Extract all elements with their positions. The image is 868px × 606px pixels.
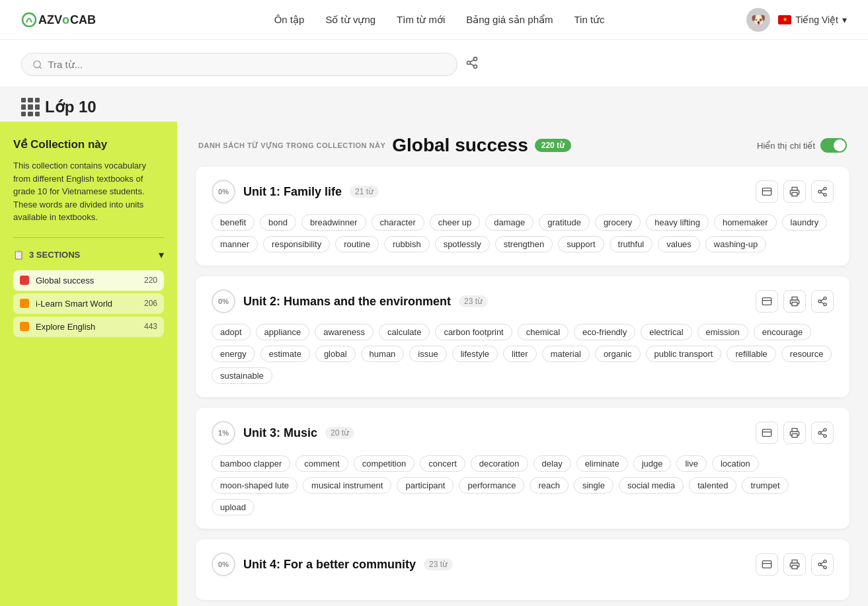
print-button[interactable] bbox=[783, 290, 806, 313]
share-unit-button[interactable] bbox=[811, 553, 834, 576]
lang-selector[interactable]: Tiếng Việt ▾ bbox=[778, 15, 847, 25]
detail-toggle[interactable]: Hiển thị chi tiết bbox=[757, 138, 847, 153]
avatar[interactable]: 🐶 bbox=[746, 8, 770, 32]
word-tag[interactable]: lifestyle bbox=[452, 346, 498, 362]
unit-title: Unit 4: For a better community bbox=[243, 558, 416, 572]
word-tag[interactable]: performance bbox=[459, 477, 524, 494]
word-tag[interactable]: adopt bbox=[212, 324, 251, 340]
nav-tim-tu-moi[interactable]: Tìm từ mới bbox=[397, 14, 445, 26]
word-tag[interactable]: rubbish bbox=[384, 236, 430, 252]
word-tag[interactable]: homemaker bbox=[714, 214, 777, 231]
word-tag[interactable]: live bbox=[676, 455, 707, 472]
word-tag[interactable]: calculate bbox=[379, 324, 430, 340]
word-tag[interactable]: grocery bbox=[595, 214, 641, 231]
word-tag[interactable]: appliance bbox=[256, 324, 310, 340]
svg-point-31 bbox=[818, 432, 821, 434]
word-tag[interactable]: competition bbox=[354, 455, 414, 472]
nav-tin-tuc[interactable]: Tin tức bbox=[574, 14, 604, 26]
word-tag[interactable]: carbon footprint bbox=[435, 324, 512, 340]
flashcard-button[interactable] bbox=[756, 422, 778, 444]
word-tag[interactable]: character bbox=[372, 214, 424, 231]
word-tag[interactable]: damage bbox=[485, 214, 533, 231]
word-tag[interactable]: energy bbox=[212, 346, 255, 362]
word-tag[interactable]: chemical bbox=[518, 324, 569, 340]
flashcard-button[interactable] bbox=[756, 553, 778, 576]
word-tag[interactable]: issue bbox=[409, 346, 446, 362]
word-tag[interactable]: musical instrument bbox=[303, 477, 391, 494]
word-tag[interactable]: eco-friendly bbox=[574, 324, 635, 340]
word-tag[interactable]: human bbox=[361, 346, 405, 362]
nav-bang-gia[interactable]: Bảng giá sản phẩm bbox=[466, 14, 553, 26]
sections-header[interactable]: 📋 3 SECTIONS ▾ bbox=[13, 248, 164, 261]
word-tag[interactable]: refillable bbox=[727, 346, 775, 362]
word-tag[interactable]: trumpet bbox=[742, 477, 788, 494]
section-count: 206 bbox=[144, 299, 157, 308]
word-tag[interactable]: resource bbox=[781, 346, 832, 362]
print-button[interactable] bbox=[783, 553, 806, 576]
word-tag[interactable]: material bbox=[542, 346, 590, 362]
word-tag[interactable]: social media bbox=[619, 477, 684, 494]
sidebar-item-ilearn[interactable]: i-Learn Smart World 206 bbox=[13, 293, 164, 314]
word-tag[interactable]: bamboo clapper bbox=[212, 455, 290, 472]
word-tag[interactable]: truthful bbox=[610, 236, 653, 252]
grid-menu-icon[interactable] bbox=[21, 98, 40, 116]
word-tag[interactable]: location bbox=[712, 455, 759, 472]
share-unit-button[interactable] bbox=[811, 422, 834, 444]
word-tag[interactable]: spotlessly bbox=[435, 236, 490, 252]
progress-circle: 1% bbox=[212, 421, 235, 445]
word-tag[interactable]: eliminate bbox=[576, 455, 628, 472]
word-tag[interactable]: awareness bbox=[315, 324, 374, 340]
word-tag[interactable]: comment bbox=[296, 455, 348, 472]
word-tag[interactable]: routine bbox=[335, 236, 379, 252]
word-tag[interactable]: moon-shaped lute bbox=[212, 477, 297, 494]
sidebar-item-global-success[interactable]: Global success 220 bbox=[13, 270, 164, 291]
word-tag[interactable]: organic bbox=[595, 346, 641, 362]
word-tag[interactable]: breadwinner bbox=[301, 214, 366, 231]
flashcard-button[interactable] bbox=[756, 180, 778, 203]
word-tag[interactable]: washing-up bbox=[705, 236, 767, 252]
word-tag[interactable]: upload bbox=[212, 499, 255, 515]
word-tag[interactable]: talented bbox=[689, 477, 736, 494]
word-tag[interactable]: emission bbox=[697, 324, 748, 340]
word-tag[interactable]: heavy lifting bbox=[646, 214, 709, 231]
word-tag[interactable]: participant bbox=[397, 477, 454, 494]
nav-on-tap[interactable]: Ôn tập bbox=[274, 14, 305, 26]
word-tag[interactable]: values bbox=[658, 236, 700, 252]
word-tag[interactable]: strengthen bbox=[495, 236, 553, 252]
word-tag[interactable]: gratitude bbox=[539, 214, 590, 231]
unit-actions bbox=[756, 180, 834, 203]
flashcard-button[interactable] bbox=[756, 290, 778, 313]
toggle-switch[interactable] bbox=[820, 138, 847, 153]
print-button[interactable] bbox=[783, 422, 806, 444]
word-tag[interactable]: estimate bbox=[260, 346, 310, 362]
word-tag[interactable]: sustainable bbox=[212, 367, 272, 384]
nav-so-tu-vung[interactable]: Số từ vựng bbox=[325, 14, 375, 26]
word-tag[interactable]: manner bbox=[212, 236, 258, 252]
word-tag[interactable]: single bbox=[574, 477, 613, 494]
word-tag[interactable]: laundry bbox=[782, 214, 828, 231]
print-button[interactable] bbox=[783, 180, 806, 203]
word-tag[interactable]: delay bbox=[533, 455, 571, 472]
word-tag[interactable]: litter bbox=[503, 346, 537, 362]
word-tag[interactable]: support bbox=[558, 236, 604, 252]
word-tag[interactable]: decoration bbox=[471, 455, 528, 472]
word-tag[interactable]: public transport bbox=[646, 346, 722, 362]
share-unit-button[interactable] bbox=[811, 290, 834, 313]
word-tag[interactable]: cheer up bbox=[430, 214, 481, 231]
share-icon[interactable] bbox=[465, 56, 479, 73]
word-tag[interactable]: bond bbox=[260, 214, 296, 231]
word-tag[interactable]: benefit bbox=[212, 214, 255, 231]
word-tag[interactable]: encourage bbox=[754, 324, 811, 340]
word-tag[interactable]: judge bbox=[633, 455, 672, 472]
word-tag[interactable]: responsibility bbox=[263, 236, 330, 252]
word-tag[interactable]: concert bbox=[420, 455, 465, 472]
search-input[interactable] bbox=[48, 59, 446, 70]
word-tag[interactable]: global bbox=[315, 346, 356, 362]
word-tag[interactable]: reach bbox=[530, 477, 569, 494]
share-unit-button[interactable] bbox=[811, 180, 834, 203]
word-tag[interactable]: electrical bbox=[641, 324, 691, 340]
unit-header: 0% Unit 2: Humans and the environment 23… bbox=[212, 289, 834, 313]
logo[interactable]: AZV o CAB bbox=[21, 8, 100, 32]
sidebar-item-explore[interactable]: Explore English 443 bbox=[13, 317, 164, 337]
unit-header: 1% Unit 3: Music 20 từ bbox=[212, 421, 834, 445]
